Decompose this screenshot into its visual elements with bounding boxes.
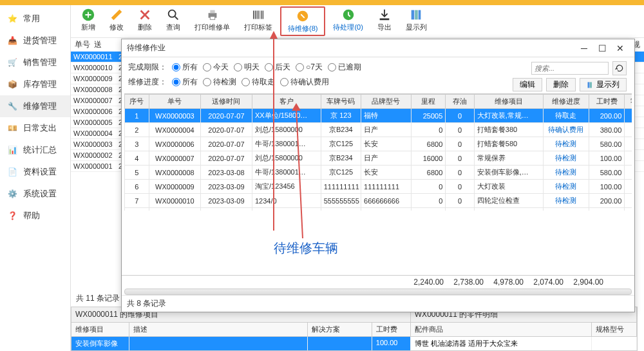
col-labor-fee: 工时费 xyxy=(372,323,411,336)
export-icon xyxy=(377,8,392,22)
svg-rect-8 xyxy=(412,10,415,20)
inbox-icon: 📥 xyxy=(6,35,18,46)
sidebar-item-sales[interactable]: 🛒销售管理 xyxy=(0,52,70,73)
svg-point-1 xyxy=(169,10,176,17)
export-button[interactable]: 导出 xyxy=(371,6,398,33)
column-header[interactable]: 零件费用 xyxy=(625,95,632,109)
sidebar-item-help[interactable]: ❓帮助 xyxy=(0,205,70,227)
barcode-icon xyxy=(251,8,265,22)
sidebar-item-purchase[interactable]: 📥进货管理 xyxy=(0,30,70,52)
dlg-edit-button[interactable]: 编辑 xyxy=(513,78,542,91)
sidebar-item-stats[interactable]: 📊统计汇总 xyxy=(0,139,70,161)
sidebar-item-common[interactable]: ⭐常用 xyxy=(0,8,70,30)
svg-rect-10 xyxy=(419,10,421,20)
table-row[interactable]: 5WX00000082023-03-08牛哥/1380001…京C125长安68… xyxy=(125,166,632,180)
pending-process-button[interactable]: 待处理(0) xyxy=(327,6,369,33)
printer-icon xyxy=(205,8,220,22)
column-header[interactable]: 序号 xyxy=(125,95,149,109)
sidebar: ⭐常用 📥进货管理 🛒销售管理 📦库存管理 🔧维修管理 💴日常支出 📊统计汇总 … xyxy=(0,5,71,351)
query-button[interactable]: 查询 xyxy=(160,6,187,33)
add-button[interactable]: 新增 xyxy=(75,6,102,33)
column-header[interactable]: 维修进度 xyxy=(543,95,589,109)
deadline-7days[interactable]: ○7天 xyxy=(296,62,323,73)
dlg-columns-button[interactable]: 显示列 xyxy=(580,78,627,91)
column-header[interactable]: 里程 xyxy=(411,95,445,109)
table-row[interactable]: 4WX00000072020-07-07刘总/15800000京B234日产16… xyxy=(125,151,632,166)
svg-rect-9 xyxy=(415,10,419,20)
column-header[interactable]: 工时费 xyxy=(589,95,625,109)
svg-rect-11 xyxy=(588,82,590,88)
col-spec: 规格型号 xyxy=(592,323,637,336)
minimize-button[interactable]: ─ xyxy=(575,43,593,53)
doc-icon: 📄 xyxy=(6,166,18,178)
deadline-today[interactable]: 今天 xyxy=(203,62,229,73)
refresh-button[interactable] xyxy=(612,61,627,75)
column-header[interactable]: 存油 xyxy=(446,95,474,109)
progress-confirm[interactable]: 待确认费用 xyxy=(280,77,329,88)
column-header[interactable]: 送修时间 xyxy=(200,95,252,109)
table-row[interactable]: 2WX00000042020-07-07刘总/15800000京B234日产00… xyxy=(125,123,632,137)
star-icon: ⭐ xyxy=(6,13,18,24)
filter-label-2: 送 xyxy=(94,39,102,50)
sum-row: 2,240.00 2,738.00 4,978.00 2,074.00 2,90… xyxy=(122,275,634,289)
sidebar-item-expense[interactable]: 💴日常支出 xyxy=(0,117,70,139)
search-icon xyxy=(166,8,180,22)
money-icon: 💴 xyxy=(6,122,18,134)
table-row[interactable]: 1WX00000032020-07-07XX单位/15800…京 123福特25… xyxy=(125,109,632,123)
table-row[interactable]: 7WX00000102023-03-091234/055555555566666… xyxy=(125,194,632,208)
deadline-overdue[interactable]: 已逾期 xyxy=(328,62,361,73)
column-header[interactable]: 车牌号码 xyxy=(321,95,361,109)
column-header[interactable]: 单号 xyxy=(149,95,200,109)
search-input[interactable] xyxy=(531,62,609,75)
left-panel-row[interactable]: 安装倒车影像 100.00 xyxy=(71,337,411,350)
table-row[interactable]: 3WX00000062020-07-07牛哥/1380001…京C125长安68… xyxy=(125,137,632,151)
sidebar-item-inventory[interactable]: 📦库存管理 xyxy=(0,73,70,95)
delete-button[interactable]: 删除 xyxy=(131,6,158,33)
progress-inspect[interactable]: 待检测 xyxy=(203,77,236,88)
deadline-dayafter[interactable]: 后天 xyxy=(265,62,290,73)
maximize-button[interactable]: ☐ xyxy=(593,43,611,53)
deadline-tomorrow[interactable]: 明天 xyxy=(234,62,260,73)
print-label-button[interactable]: 打印标签 xyxy=(238,6,279,33)
pending-repair-button[interactable]: 待维修(8) xyxy=(280,6,325,36)
sidebar-item-repair[interactable]: 🔧维修管理 xyxy=(0,95,70,117)
svg-rect-3 xyxy=(210,10,214,14)
clock-icon xyxy=(341,8,355,22)
right-panel-row[interactable]: 博世 机油滤清器 适用于大众宝来 xyxy=(411,337,637,350)
toolbar: 新增 修改 删除 查询 打印维修单 打印标签 待维修(8) 待处理(0) 导出 … xyxy=(71,5,644,38)
help-icon: ❓ xyxy=(6,210,18,222)
filter-label-1: 单号 xyxy=(75,39,90,50)
plus-icon xyxy=(81,8,95,22)
col-desc: 描述 xyxy=(129,323,308,336)
column-header[interactable]: 品牌型号 xyxy=(361,95,412,109)
columns-button[interactable]: 显示列 xyxy=(399,6,433,33)
column-header[interactable]: 客户 xyxy=(252,95,321,109)
progress-pickup[interactable]: 待取走 xyxy=(242,77,275,88)
pencil-icon xyxy=(109,8,124,22)
col-part-name: 配件商品 xyxy=(411,323,592,336)
column-header[interactable]: 维修项目 xyxy=(474,95,543,109)
horizontal-scrollbar[interactable] xyxy=(124,289,632,295)
filter-deadline-label: 完成期限： xyxy=(128,62,167,73)
pending-repair-dialog: 待维修作业 ─ ☐ ✕ 完成期限： 所有 今天 明天 后天 ○7天 已逾期 维修… xyxy=(121,39,635,312)
deadline-all[interactable]: 所有 xyxy=(172,62,198,73)
wrench-icon xyxy=(296,9,310,23)
filter-progress-label: 维修进度： xyxy=(128,77,167,88)
cart-icon: 🛒 xyxy=(6,57,18,68)
print-repair-button[interactable]: 打印维修单 xyxy=(188,6,236,33)
close-button[interactable]: ✕ xyxy=(611,43,629,53)
progress-all[interactable]: 所有 xyxy=(172,77,198,88)
box-icon: 📦 xyxy=(6,79,18,90)
dialog-table[interactable]: 序号单号送修时间客户车牌号码品牌型号里程存油维修项目维修进度工时费零件费用合计金… xyxy=(124,93,632,211)
sidebar-item-data[interactable]: 📄资料设置 xyxy=(0,161,70,183)
dlg-delete-button[interactable]: 删除 xyxy=(546,78,576,91)
table-row[interactable]: 6WX00000092023-03-09淘宝/12345611111111111… xyxy=(125,180,632,194)
wrench-icon: 🔧 xyxy=(6,100,18,112)
edit-button[interactable]: 修改 xyxy=(103,6,130,33)
col-repair-item: 维修项目 xyxy=(71,323,129,336)
col-solution: 解决方案 xyxy=(308,323,372,336)
refresh-icon xyxy=(615,64,624,73)
gear-icon: ⚙️ xyxy=(6,188,18,200)
sidebar-item-system[interactable]: ⚙️系统设置 xyxy=(0,183,70,205)
svg-rect-12 xyxy=(590,82,592,88)
